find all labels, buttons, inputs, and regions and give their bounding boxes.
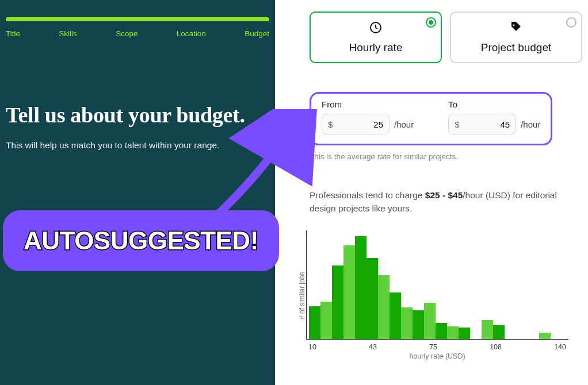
annotation-bubble: AUTOSUGGESTED! [3,210,279,271]
rate-type-project-card[interactable]: Project budget [450,11,582,63]
progress-bar [6,17,269,21]
average-rate-text: Professionals tend to charge $25 - $45/h… [310,188,557,215]
svg-point-1 [513,25,515,26]
to-rate-input[interactable] [465,120,516,129]
histogram-bar [482,320,493,338]
to-label: To [448,99,540,109]
from-label: From [322,99,414,109]
price-tag-icon [509,21,523,37]
xtick-label: 75 [429,343,437,351]
step-skills[interactable]: Skills [59,29,77,38]
annotation-text: AUTOSUGGESTED! [24,226,258,255]
rate-range-box: From $ /hour To $ /hour [310,92,552,145]
currency-symbol: $ [322,120,338,129]
xtick-label: 43 [369,343,377,351]
rate-type-hourly-card[interactable]: Hourly rate [310,11,442,63]
histogram-bar [436,323,447,338]
chart-bars [306,230,568,340]
page-heading: Tell us about your budget. [6,102,269,128]
radio-selected-icon [426,17,436,28]
chart-xlabel: hourly rate (USD) [306,352,568,360]
step-location[interactable]: Location [177,29,206,38]
stepper: Title Skills Scope Location Budget [6,29,269,38]
helper-text: This is the average rate for similar pro… [310,152,582,161]
currency-symbol: $ [449,120,465,129]
histogram-bar [401,307,413,338]
rate-suffix: /hour [521,120,540,129]
xtick-label: 108 [490,343,502,351]
chart-ylabel: # of similar jobs [298,230,306,360]
histogram-bar [355,236,366,339]
from-rate-field[interactable]: $ [322,114,390,134]
xtick-label: 10 [308,343,316,351]
histogram-bar [309,306,320,338]
histogram-bar [366,258,378,339]
histogram-bar [332,265,343,339]
histogram-bar [343,245,355,338]
page-subheading: This will help us match you to talent wi… [6,140,269,151]
rate-type-project-label: Project budget [481,41,552,54]
xtick-label: 140 [554,343,566,351]
histogram-bar [320,302,332,339]
chart-xticks: 104375108140 [306,343,568,351]
histogram-bar [493,325,505,339]
step-scope[interactable]: Scope [116,29,138,38]
clock-icon [369,21,383,37]
radio-unselected-icon [566,17,576,28]
histogram-bar [378,275,390,338]
right-panel: Hourly rate Project budget From $ [275,0,588,385]
histogram-bar [447,326,459,339]
step-budget[interactable]: Budget [245,29,269,38]
histogram-bar [539,333,551,339]
left-panel: Title Skills Scope Location Budget Tell … [0,0,275,385]
histogram-bar [390,292,401,338]
rate-type-hourly-label: Hourly rate [349,41,403,54]
histogram-bar [413,310,424,339]
rate-suffix: /hour [394,120,414,129]
rate-histogram: # of similar jobs 104375108140 hourly ra… [298,230,568,360]
histogram-bar [459,328,470,338]
from-rate-input[interactable] [338,120,389,129]
step-title[interactable]: Title [6,29,20,38]
histogram-bar [424,303,436,339]
to-rate-field[interactable]: $ [448,114,516,134]
